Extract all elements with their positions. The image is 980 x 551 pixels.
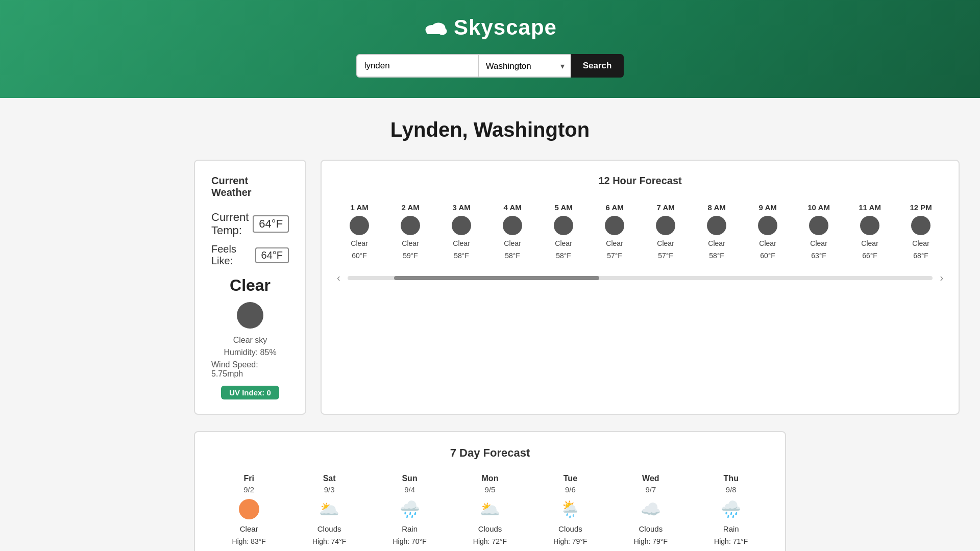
hour-label: 12 PM: [910, 203, 932, 212]
daily-condition: Clear: [240, 524, 258, 533]
hourly-items: 1 AM Clear 60°F 2 AM Clear 59°F 3 AM Cle…: [334, 199, 946, 264]
forecast-7day-title: 7 Day Forecast: [211, 446, 769, 460]
hour-condition: Clear: [759, 239, 776, 247]
daily-item: Mon 9/5 🌥️ Clouds High: 72°F Low: 53°F: [452, 474, 527, 551]
hour-temp: 68°F: [913, 252, 928, 260]
hour-icon: [911, 216, 930, 235]
hour-icon: [503, 216, 522, 235]
daily-item: Sun 9/4 🌧️ Rain High: 70°F Low: 60°F: [372, 474, 447, 551]
forecast-12h-card: 12 Hour Forecast 1 AM Clear 60°F 2 AM Cl…: [321, 160, 960, 415]
hourly-item: 1 AM Clear 60°F: [334, 199, 385, 264]
header: Skyscape AlabamaAlaskaArizonaArkansasCal…: [0, 0, 980, 98]
hour-condition: Clear: [453, 239, 470, 247]
hourly-item: 10 AM Clear 63°F: [793, 199, 844, 264]
hour-temp: 57°F: [607, 252, 622, 260]
scrollbar-thumb: [394, 276, 599, 280]
daily-condition: Clouds: [317, 524, 341, 533]
hour-condition: Clear: [810, 239, 827, 247]
hourly-item: 4 AM Clear 58°F: [487, 199, 538, 264]
hour-condition: Clear: [504, 239, 521, 247]
daily-high: High: 74°F: [312, 537, 346, 545]
daily-day: Wed: [642, 474, 659, 483]
daily-high: High: 83°F: [232, 537, 266, 545]
hour-temp: 58°F: [454, 252, 469, 260]
hourly-item: 2 AM Clear 59°F: [385, 199, 436, 264]
hourly-item: 3 AM Clear 58°F: [436, 199, 487, 264]
hour-temp: 58°F: [709, 252, 724, 260]
hour-icon: [452, 216, 471, 235]
feels-like-label: Feels Like:: [211, 243, 251, 267]
search-button[interactable]: Search: [571, 54, 624, 78]
scrollbar-row: ‹ ›: [334, 271, 946, 285]
hour-condition: Clear: [402, 239, 419, 247]
current-weather-card: Current Weather Current Temp: 64°F Feels…: [194, 160, 306, 415]
hourly-item: 9 AM Clear 60°F: [742, 199, 793, 264]
hour-temp: 66°F: [862, 252, 877, 260]
humidity: Humidity: 85%: [224, 348, 276, 357]
daily-condition: Clouds: [558, 524, 582, 533]
hourly-item: 5 AM Clear 58°F: [538, 199, 589, 264]
hour-icon: [350, 216, 369, 235]
daily-day: Sun: [402, 474, 417, 483]
app-title: Skyscape: [454, 15, 557, 40]
feels-like-value: 64°F: [255, 247, 289, 263]
daily-condition: Rain: [402, 524, 418, 533]
daily-date: 9/3: [324, 485, 335, 494]
daily-icon: 🌧️: [399, 498, 421, 520]
daily-icon: 🌥️: [479, 498, 501, 520]
forecast-7day-card: 7 Day Forecast Fri 9/2 Clear High: 83°F …: [194, 431, 786, 551]
daily-condition: Clouds: [478, 524, 502, 533]
daily-item: Thu 9/8 🌧️ Rain High: 71°F Low: 57°F 69%: [694, 474, 769, 551]
hour-icon: [554, 216, 573, 235]
current-temp-value: 64°F: [253, 215, 289, 233]
hour-condition: Clear: [912, 239, 929, 247]
scroll-left-button[interactable]: ‹: [334, 271, 344, 285]
hour-icon: [656, 216, 675, 235]
daily-items: Fri 9/2 Clear High: 83°F Low: 60°F Sat 9…: [211, 474, 769, 551]
scroll-right-button[interactable]: ›: [937, 271, 946, 285]
cards-row: Current Weather Current Temp: 64°F Feels…: [194, 160, 786, 415]
daily-day: Fri: [243, 474, 254, 483]
daily-high: High: 71°F: [714, 537, 748, 545]
daily-date: 9/4: [404, 485, 415, 494]
hour-temp: 58°F: [556, 252, 571, 260]
daily-icon: 🌧️: [720, 498, 742, 520]
hourly-item: 8 AM Clear 58°F: [691, 199, 742, 264]
daily-high: High: 70°F: [393, 537, 426, 545]
daily-item: Fri 9/2 Clear High: 83°F Low: 60°F: [211, 474, 286, 551]
daily-date: 9/6: [565, 485, 576, 494]
hour-label: 1 AM: [350, 203, 368, 212]
daily-icon: ☁️: [640, 498, 662, 520]
daily-condition: Rain: [723, 524, 739, 533]
hour-temp: 58°F: [505, 252, 520, 260]
hour-condition: Clear: [606, 239, 623, 247]
logo-area: Skyscape: [423, 15, 557, 40]
uv-index-badge: UV Index: 0: [221, 386, 279, 399]
hour-condition: Clear: [555, 239, 572, 247]
hourly-item: 6 AM Clear 57°F: [589, 199, 640, 264]
hour-icon: [605, 216, 624, 235]
hour-temp: 63°F: [811, 252, 826, 260]
state-select-wrapper: AlabamaAlaskaArizonaArkansasCaliforniaCo…: [479, 54, 571, 78]
hour-label: 9 AM: [758, 203, 776, 212]
hour-temp: 60°F: [760, 252, 775, 260]
hour-label: 10 AM: [807, 203, 830, 212]
scrollbar-track: [348, 276, 933, 280]
daily-day: Sat: [323, 474, 336, 483]
cloud-icon: [423, 17, 448, 38]
hour-temp: 59°F: [403, 252, 418, 260]
wind-speed: Wind Speed: 5.75mph: [211, 360, 289, 379]
hour-icon: [707, 216, 726, 235]
daily-high: High: 79°F: [553, 537, 587, 545]
daily-day: Tue: [564, 474, 577, 483]
condition-text: Clear: [230, 276, 271, 295]
daily-item: Sat 9/3 🌥️ Clouds High: 74°F Low: 60°F: [291, 474, 366, 551]
daily-item: Wed 9/7 ☁️ Clouds High: 79°F Low: 57°F: [613, 474, 688, 551]
main-content: Lynden, Washington Current Weather Curre…: [184, 98, 796, 551]
search-input[interactable]: [356, 54, 479, 78]
daily-date: 9/7: [645, 485, 656, 494]
state-select[interactable]: AlabamaAlaskaArizonaArkansasCaliforniaCo…: [479, 54, 571, 78]
daily-condition: Clouds: [639, 524, 663, 533]
hourly-item: 11 AM Clear 66°F: [844, 199, 895, 264]
weather-icon-circle: [237, 302, 263, 329]
